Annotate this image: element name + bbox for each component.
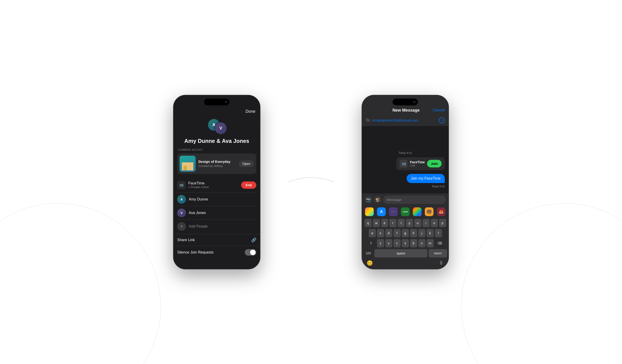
bottom-bar: 😊 🎙 [362, 258, 448, 269]
games-icon[interactable] [413, 207, 422, 216]
join-button[interactable]: Join [427, 160, 442, 167]
share-link-row[interactable]: Share Link 🔗 [174, 234, 260, 246]
facetime-row-text: FaceTime 1 People Active [188, 181, 238, 189]
to-value[interactable]: kristenjenner264@icloud.com [372, 118, 437, 122]
appstore-icon[interactable]: A [377, 207, 386, 216]
numbers-key[interactable]: 123 [363, 249, 373, 257]
add-icon: + [441, 118, 443, 122]
delete-key[interactable]: ⌫ [435, 239, 445, 247]
key-h[interactable]: h [410, 229, 417, 237]
facetime-link-icon: 📹 [400, 160, 408, 168]
key-w[interactable]: w [373, 219, 380, 227]
microphone-button[interactable]: 🎙 [439, 260, 444, 266]
video-camera-icon: 📹 [179, 183, 184, 187]
ft-link-title: FaceTime [410, 160, 425, 164]
key-d[interactable]: d [385, 229, 392, 237]
connector-svg [288, 159, 334, 205]
key-f[interactable]: f [393, 229, 401, 237]
silence-row: Silence Join Requests [174, 246, 260, 259]
key-b[interactable]: b [410, 239, 417, 247]
phone-messages: New Message Cancel To: kristenjenner264@… [362, 95, 449, 269]
facetime-subtitle: 1 People Active [188, 185, 238, 189]
shift-key[interactable]: ⇧ [366, 239, 376, 247]
end-button[interactable]: End [241, 182, 256, 189]
memoji-icon: 🐒 [375, 198, 380, 202]
key-y[interactable]: y [406, 219, 413, 227]
cancel-button[interactable]: Cancel [433, 108, 445, 112]
key-i[interactable]: i [423, 219, 430, 227]
key-z[interactable]: z [377, 239, 384, 247]
main-scene: Done A V Amy Dunne & Ava Jones CURRENT A… [173, 95, 449, 269]
phone2-screen: New Message Cancel To: kristenjenner264@… [362, 95, 448, 269]
imessage-input[interactable]: iMessage [383, 196, 446, 204]
key-v[interactable]: v [402, 239, 409, 247]
toggle-knob [250, 250, 256, 255]
keyboard-row-2: a s d f g h j k l [362, 228, 448, 238]
soundwave-icon[interactable]: 〰️ [389, 207, 398, 216]
section-label: CURRENT ACTIVIY [174, 148, 260, 151]
share-link-label: Share Link [177, 238, 251, 242]
key-t[interactable]: t [398, 219, 405, 227]
facetime-icon: 📹 [177, 181, 186, 189]
memoji-button[interactable]: 🐒 [374, 196, 381, 203]
keyboard-row-1: q w e r t y u i o p [362, 218, 448, 228]
add-contact-button[interactable]: + [439, 117, 445, 123]
amy-avatar-bg: A [177, 195, 186, 204]
key-k[interactable]: k [427, 229, 434, 237]
key-a[interactable]: a [369, 229, 376, 237]
person-avatar-ava: V [177, 209, 186, 217]
person-row-amy: A Amy Dunne [174, 193, 260, 206]
key-e[interactable]: e [381, 219, 388, 227]
silence-label: Silence Join Requests [177, 250, 245, 255]
silence-toggle[interactable] [245, 249, 256, 255]
ft-link-subtitle: Link [410, 164, 425, 167]
avatar-group: A V [174, 119, 260, 135]
add-people-row[interactable]: + Add People [174, 220, 260, 233]
keyboard: q w e r t y u i o p a s d f g [362, 218, 448, 258]
arc-decoration-left [0, 203, 161, 364]
camera-button[interactable]: 📷 [365, 196, 372, 203]
ava-avatar-bg: V [177, 209, 186, 217]
read-label: Read 9:41 [366, 185, 445, 188]
apple-cash-icon[interactable]: Cash [401, 207, 410, 216]
photos-app-icon[interactable] [365, 207, 374, 216]
message-timestamp: Today 9:41 [366, 151, 445, 155]
key-o[interactable]: o [431, 219, 438, 227]
key-g[interactable]: g [402, 229, 409, 237]
key-p[interactable]: p [439, 219, 446, 227]
join-message-wrap: Join my FaceTime [366, 174, 445, 184]
arc-decoration-right [461, 203, 622, 364]
emoji-button[interactable]: 😊 [367, 260, 373, 266]
app-icons-row: A 〰️ Cash 🐻 🦊 [362, 205, 448, 218]
phone-facetime: Done A V Amy Dunne & Ava Jones CURRENT A… [173, 95, 260, 269]
key-s[interactable]: s [377, 229, 384, 237]
imessage-placeholder: iMessage [387, 198, 401, 202]
key-m[interactable]: m [427, 239, 434, 247]
activity-thumbnail [179, 156, 196, 172]
open-button[interactable]: Open [239, 160, 254, 167]
activity-text: Design of Everyday Created by Jeffrey [198, 160, 236, 168]
done-button[interactable]: Done [246, 109, 255, 114]
key-l[interactable]: l [435, 229, 442, 237]
camera-icon: 📷 [366, 198, 371, 202]
key-j[interactable]: j [418, 229, 426, 237]
group-name: Amy Dunne & Ava Jones [174, 138, 260, 144]
key-r[interactable]: r [389, 219, 396, 227]
facetime-row: 📹 FaceTime 1 People Active End [174, 178, 260, 192]
person-avatar-amy: A [177, 195, 186, 204]
key-u[interactable]: u [414, 219, 421, 227]
to-label: To: [366, 118, 370, 122]
keyboard-row-4: 123 space return [362, 248, 448, 258]
dynamic-island-2 [393, 98, 418, 105]
appstore-label: A [380, 210, 383, 214]
extra-app-icon[interactable]: 🦊 [437, 207, 446, 216]
activity-card: Design of Everyday Created by Jeffrey Op… [177, 153, 256, 174]
key-n[interactable]: n [418, 239, 426, 247]
key-c[interactable]: c [393, 239, 401, 247]
dynamic-island-1 [204, 98, 229, 105]
key-x[interactable]: x [385, 239, 392, 247]
space-key[interactable]: space [374, 249, 427, 257]
return-key[interactable]: return [429, 249, 447, 257]
memoji-stickers-icon[interactable]: 🐻 [425, 207, 433, 216]
key-q[interactable]: q [365, 219, 372, 227]
